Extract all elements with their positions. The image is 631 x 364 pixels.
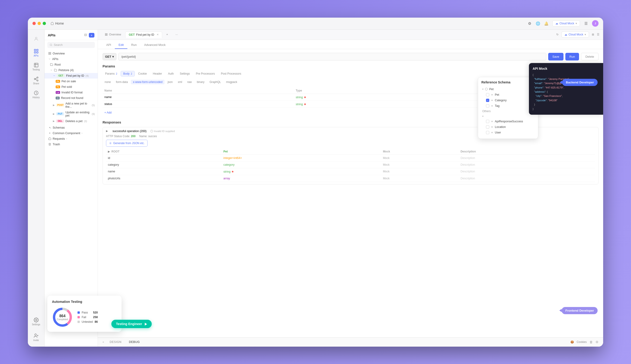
body-type-binary[interactable]: binary <box>195 80 206 84</box>
body-type-msgpack[interactable]: msgpack <box>224 80 239 84</box>
ref-checkbox-tag[interactable] <box>486 104 489 108</box>
ref-api-response[interactable]: ApiResponseSuccess <box>481 119 535 124</box>
ref-location[interactable]: Location <box>481 124 535 130</box>
params-tab-pre-processors[interactable]: Pre Processors <box>193 71 217 76</box>
bell-icon[interactable]: 🔔 <box>544 21 549 26</box>
menu-dots-icon[interactable]: ☰ <box>597 33 599 36</box>
apis-group-label: APIs <box>52 58 58 61</box>
api-subtab-edit[interactable]: Edit <box>115 41 127 49</box>
sidebar-item-home[interactable] <box>29 32 43 46</box>
avatar[interactable]: J <box>592 20 598 27</box>
tree-post-pet[interactable]: ▶ POST Add a new pet to the... (5) <box>45 101 98 110</box>
url-input[interactable]: /pet/{petId} <box>118 53 546 60</box>
sidebar-item-testing[interactable]: Testing <box>29 60 43 73</box>
close-button[interactable] <box>33 22 36 25</box>
tree-apis-group[interactable]: APIs <box>45 56 98 62</box>
mock-link-name[interactable]: Mock <box>383 170 390 173</box>
ref-checkbox-api-response[interactable] <box>486 120 489 123</box>
mock-link-id[interactable]: Mock <box>383 156 390 160</box>
method-select[interactable]: GET ▾ <box>103 53 116 60</box>
api-subtab-run[interactable]: Run <box>127 41 140 49</box>
generate-json-button[interactable]: Generate from JSON etc. <box>106 140 147 147</box>
globe-icon[interactable]: 🌐 <box>536 21 540 26</box>
ref-checkbox-category[interactable] <box>486 99 489 102</box>
tree-record-not-found[interactable]: Ci Record not found <box>45 95 98 101</box>
params-tab-auth[interactable]: Auth <box>165 71 176 76</box>
body-type-graphql[interactable]: GraphQL <box>207 80 223 84</box>
ref-others-group[interactable]: ▾ <box>481 114 535 119</box>
minimize-button[interactable] <box>38 22 41 25</box>
home-nav[interactable]: Home <box>51 22 64 25</box>
tab-find-pet[interactable]: GET Find pet by ID ✕ <box>125 32 162 38</box>
add-icon[interactable]: + <box>89 33 94 38</box>
menu-icon[interactable]: ☰ <box>584 21 588 26</box>
params-tab-body[interactable]: Body 2 <box>121 71 135 76</box>
filter-icon[interactable]: ⊟ <box>84 33 87 38</box>
tree-root[interactable]: Root <box>45 62 98 68</box>
sync-icon[interactable]: ↻ <box>556 33 559 36</box>
ref-checkbox-pet[interactable] <box>486 93 489 96</box>
tree-pet-sold[interactable]: Pe Pet sold <box>45 84 98 90</box>
tree-common[interactable]: Common Component › <box>45 130 98 136</box>
mock-link-photo[interactable]: Mock <box>383 177 390 180</box>
params-tab-post-processors[interactable]: Post Processors <box>218 71 244 76</box>
body-type-raw[interactable]: raw <box>185 80 194 84</box>
maximize-button[interactable] <box>43 22 46 25</box>
settings-icon[interactable]: ⚙ <box>527 21 532 26</box>
response-expand-icon[interactable]: ▶ <box>106 130 108 132</box>
body-type-none[interactable]: none <box>103 80 113 84</box>
tab-close-icon[interactable]: ✕ <box>157 33 159 36</box>
tree-schemas[interactable]: Schemas <box>45 125 98 130</box>
sidebar-item-settings[interactable]: Settings <box>29 315 43 328</box>
tree-find-pet[interactable]: GET Find pet by ID (4) <box>45 73 98 78</box>
layout-icon[interactable]: ⊞ <box>592 33 594 36</box>
field-name: name <box>106 168 222 175</box>
tree-trash[interactable]: Trash <box>45 142 98 147</box>
tree-pet-on-sale[interactable]: Pe Pet on sale <box>45 78 98 84</box>
mock-link-category[interactable]: Mock <box>383 163 390 166</box>
ref-checkbox-user[interactable] <box>486 131 489 134</box>
params-tab-settings[interactable]: Settings <box>177 71 192 76</box>
delete-button[interactable]: Delete <box>581 53 598 60</box>
run-button[interactable]: Run <box>565 53 579 60</box>
body-type-xml[interactable]: xml <box>176 80 184 84</box>
tab-add[interactable]: + <box>163 32 171 38</box>
ref-tag-item[interactable]: Tag <box>481 103 535 109</box>
body-type-form-data[interactable]: form-data <box>114 80 130 84</box>
tab-bar-right: ↻ ☁ Cloud Mock ▾ ⊞ ☰ <box>556 32 599 38</box>
body-type-urlencoded[interactable]: x-www-form-urlencoded <box>131 80 164 84</box>
ref-pet-item[interactable]: Pet <box>481 92 535 98</box>
debug-tab-debug[interactable]: DEBUG <box>125 338 144 346</box>
settings-debug-icon[interactable]: ⚙ <box>595 340 598 344</box>
sidebar-item-apis[interactable]: APIs <box>29 46 43 59</box>
ref-user[interactable]: User <box>481 130 535 135</box>
tree-requests[interactable]: Requests › <box>45 136 98 142</box>
params-tab-cookie[interactable]: Cookie <box>136 71 149 76</box>
api-editor: GET ▾ /pet/{petId} Save Run Delete Param… <box>98 49 603 337</box>
sidebar-item-invite[interactable]: Invite <box>29 331 43 344</box>
tree-overview[interactable]: Overview <box>45 51 98 56</box>
api-subtab-advanced-mock[interactable]: Advanced Mock <box>140 41 169 49</box>
params-tab-params[interactable]: Params 2 <box>103 71 120 76</box>
api-subtab-api[interactable]: API <box>103 41 115 49</box>
cloud-mock-button[interactable]: ☁ Cloud Mock ▾ <box>552 20 580 26</box>
sidebar-item-history[interactable]: History <box>29 88 43 101</box>
tab-overview[interactable]: Overview <box>102 32 124 38</box>
save-button[interactable]: Save <box>548 53 563 60</box>
desc-name: Description <box>461 170 475 173</box>
tab-more[interactable]: ··· <box>172 32 181 38</box>
debug-tab-design[interactable]: DESIGN <box>106 338 125 346</box>
tree-petstore[interactable]: Petstore (4) <box>45 68 98 73</box>
ref-category-item[interactable]: Category <box>481 98 535 103</box>
tree-put-pet[interactable]: ▶ PUT Update an existing pet (9) <box>45 110 98 118</box>
body-type-json[interactable]: json <box>165 80 175 84</box>
params-tab-header[interactable]: Header <box>150 71 164 76</box>
cloud-mock-tab-button[interactable]: ☁ Cloud Mock ▾ <box>561 32 589 38</box>
ref-checkbox-location[interactable] <box>486 125 489 128</box>
type-name-field: string ★ <box>222 168 381 175</box>
tree-del-pet[interactable]: ▶ DEL Deletes a pet (3) <box>45 118 98 124</box>
ref-pet-group[interactable]: ▾ Pet <box>481 86 535 92</box>
tree-invalid-id[interactable]: Lo Invalid ID format <box>45 90 98 95</box>
sidebar-item-share[interactable]: Share <box>29 74 43 87</box>
trash-debug-icon[interactable]: 🗑 <box>589 340 593 344</box>
